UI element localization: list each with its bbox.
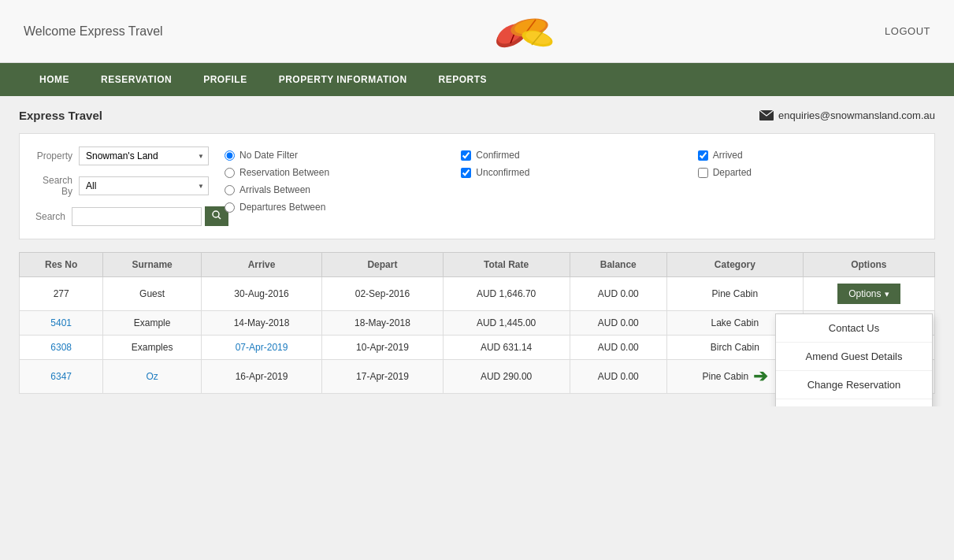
col-surname: Surname — [103, 253, 202, 277]
options-dropdown: Contact Us Amend Guest Details Change Re… — [775, 313, 933, 406]
date-filter-col: No Date Filter Reservation Between Arriv… — [225, 146, 445, 213]
col-options: Options — [803, 253, 934, 277]
email-area: enquiries@snowmansland.com.au — [759, 109, 935, 121]
contact-us-item[interactable]: Contact Us — [776, 314, 932, 343]
reservation-between-row: Reservation Between — [225, 167, 445, 178]
contact-email: enquiries@snowmansland.com.au — [778, 109, 935, 121]
departed-row: Departed — [698, 167, 919, 178]
total-rate: AUD 290.00 — [443, 360, 570, 394]
col-category: Category — [667, 253, 804, 277]
logout-button[interactable]: LOGOUT — [885, 25, 930, 37]
svg-line-11 — [218, 217, 221, 219]
arrived-row: Arrived — [698, 150, 919, 161]
balance: AUD 0.00 — [570, 311, 666, 336]
property-row: Property Snowman's Land — [35, 146, 209, 165]
balance: AUD 0.00 — [570, 360, 666, 394]
res-no: 277 — [20, 277, 103, 311]
confirmed-label[interactable]: Confirmed — [476, 150, 519, 161]
arrow-right-icon: ➔ — [753, 366, 767, 387]
cancel-reservation-item[interactable]: Cancel Reservation — [776, 399, 932, 406]
departures-between-label[interactable]: Departures Between — [239, 202, 325, 213]
main-content: Express Travel enquiries@snowmansland.co… — [0, 96, 954, 406]
filter-left: Property Snowman's Land Search By All — [35, 146, 209, 226]
search-label: Search — [35, 211, 65, 222]
options-button[interactable]: Options — [837, 284, 900, 304]
unconfirmed-row: Unconfirmed — [461, 167, 681, 178]
logo-leaves — [488, 6, 559, 57]
total-rate: AUD 1,445.00 — [443, 311, 570, 336]
res-no: 6308 — [20, 336, 103, 360]
logo-area — [488, 6, 559, 57]
options-cell-inner: Options Contact Us Amend Guest Details C… — [813, 284, 925, 304]
surname: Oz — [103, 360, 202, 394]
surname: Examples — [103, 336, 202, 360]
property-select-wrapper: Snowman's Land — [79, 146, 209, 165]
table-row: 277 Guest 30-Aug-2016 02-Sep-2016 AUD 1,… — [20, 277, 935, 311]
departures-between-radio[interactable] — [225, 202, 235, 213]
search-input-wrapper — [72, 206, 228, 226]
search-by-label: Search By — [35, 175, 72, 197]
nav-home[interactable]: HOME — [24, 63, 85, 96]
arrivals-between-row: Arrivals Between — [225, 184, 445, 195]
arrive-date: 30-Aug-2016 — [201, 277, 321, 311]
property-label: Property — [35, 150, 72, 161]
no-date-filter-row: No Date Filter — [225, 150, 445, 161]
res-no: 5401 — [20, 311, 103, 336]
nav-reservation[interactable]: RESERVATION — [85, 63, 187, 96]
section-title: Express Travel — [19, 109, 102, 122]
reservation-between-label[interactable]: Reservation Between — [239, 167, 329, 178]
arrive-date: 16-Apr-2019 — [201, 360, 321, 394]
search-input[interactable] — [72, 207, 202, 226]
arrival-filter-col: Arrived Departed — [698, 146, 919, 178]
col-arrive: Arrive — [201, 253, 321, 277]
depart-date: 17-Apr-2019 — [322, 360, 443, 394]
reservations-table: Res No Surname Arrive Depart Total Rate … — [19, 252, 935, 394]
col-depart: Depart — [322, 253, 443, 277]
app-title: Welcome Express Travel — [24, 24, 163, 39]
no-date-radio[interactable] — [225, 150, 235, 161]
reservation-between-radio[interactable] — [225, 168, 235, 178]
nav-property-information[interactable]: PROPERTY INFORMATION — [263, 63, 423, 96]
options-cell: Options Contact Us Amend Guest Details C… — [803, 277, 934, 311]
category-text: Pine Cabin — [702, 371, 748, 382]
property-select[interactable]: Snowman's Land — [79, 146, 209, 165]
unconfirmed-checkbox[interactable] — [461, 168, 471, 178]
nav-reports[interactable]: REPORTS — [423, 63, 503, 96]
col-balance: Balance — [570, 253, 666, 277]
confirmed-checkbox[interactable] — [461, 150, 471, 161]
table-header-row: Res No Surname Arrive Depart Total Rate … — [20, 253, 935, 277]
search-by-row: Search By All — [35, 175, 209, 197]
no-date-label[interactable]: No Date Filter — [239, 150, 298, 161]
category: Pine Cabin — [667, 277, 804, 311]
filter-box: Property Snowman's Land Search By All — [19, 133, 935, 239]
change-reservation-item[interactable]: Change Reservation — [776, 371, 932, 399]
unconfirmed-label[interactable]: Unconfirmed — [476, 167, 529, 178]
col-total-rate: Total Rate — [443, 253, 570, 277]
surname: Example — [103, 311, 202, 336]
top-header: Welcome Express Travel LOGOUT — [0, 0, 954, 63]
balance: AUD 0.00 — [570, 336, 666, 360]
status-filter-col: Confirmed Unconfirmed — [461, 146, 681, 178]
arrive-date: 14-May-2018 — [201, 311, 321, 336]
arrivals-between-label[interactable]: Arrivals Between — [239, 184, 310, 195]
arrived-label[interactable]: Arrived — [713, 150, 743, 161]
depart-date: 10-Apr-2019 — [322, 336, 443, 360]
confirmed-row: Confirmed — [461, 150, 681, 161]
arrived-checkbox[interactable] — [698, 150, 708, 161]
nav-profile[interactable]: PROFILE — [187, 63, 263, 96]
departed-label[interactable]: Departed — [713, 167, 752, 178]
total-rate: AUD 631.14 — [443, 336, 570, 360]
amend-guest-item[interactable]: Amend Guest Details — [776, 343, 932, 371]
departed-checkbox[interactable] — [698, 168, 708, 178]
col-res-no: Res No — [20, 253, 103, 277]
search-row: Search — [35, 206, 209, 226]
nav-bar: HOME RESERVATION PROFILE PROPERTY INFORM… — [0, 63, 954, 96]
arrive-date: 07-Apr-2019 — [201, 336, 321, 360]
depart-date: 02-Sep-2016 — [322, 277, 443, 311]
res-no: 6347 — [20, 360, 103, 394]
filter-grid: Property Snowman's Land Search By All — [35, 146, 919, 226]
search-by-select-wrapper: All — [79, 176, 209, 195]
total-rate: AUD 1,646.70 — [443, 277, 570, 311]
search-by-select[interactable]: All — [79, 176, 209, 195]
arrivals-between-radio[interactable] — [225, 185, 235, 195]
